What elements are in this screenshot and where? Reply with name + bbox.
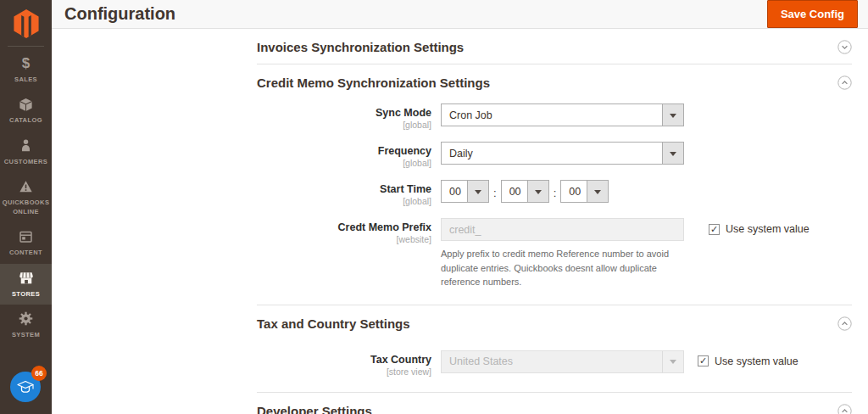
field-scope: [global] [257, 120, 431, 130]
field-control-col: Cron Job [441, 104, 684, 130]
select-arrow-button [527, 181, 548, 202]
config-content: Invoices Synchronization Settings Credit… [52, 29, 868, 414]
field-label-col: Tax Country [store view] [257, 350, 441, 377]
magento-admin-app: $ SALES CATALOG CUSTOMERS QUICKBOOKS ON [0, 0, 868, 414]
tax-country-select: United States [441, 350, 684, 373]
field-control-col: Apply prefix to credit memo Reference nu… [441, 218, 810, 289]
chevron-down-circle-icon [837, 40, 852, 54]
tax-section-body: Tax Country [store view] United States ✓… [257, 340, 852, 392]
section-title: Tax and Country Settings [257, 316, 410, 331]
triangle-down-icon [594, 190, 601, 198]
checkbox-label: Use system value [715, 355, 798, 367]
sidebar-item-content[interactable]: CONTENT [0, 222, 52, 263]
sidebar-item-label: CUSTOMERS [4, 157, 47, 166]
triangle-down-icon [670, 360, 676, 367]
sidebar-item-customers[interactable]: CUSTOMERS [0, 131, 52, 172]
tutorial-widget: 66 [10, 372, 41, 402]
field-scope: [website] [257, 234, 431, 244]
select-arrow-button [662, 104, 683, 126]
frequency-select[interactable]: Daily [441, 142, 684, 165]
section-header-credit-memo-sync[interactable]: Credit Memo Synchronization Settings [257, 64, 852, 99]
sidebar-item-catalog[interactable]: CATALOG [0, 90, 52, 131]
select-value: 00 [442, 181, 467, 202]
sidebar-item-label: SALES [14, 75, 37, 84]
customer-icon [19, 138, 33, 154]
select-value: Cron Job [442, 104, 662, 126]
field-label-col: Start Time [global] [257, 180, 441, 206]
start-time-minutes-select[interactable]: 00 [501, 180, 549, 203]
field-label: Start Time [257, 183, 431, 195]
time-separator: : [554, 187, 557, 199]
triangle-down-icon [475, 190, 481, 198]
sidebar-nav: $ SALES CATALOG CUSTOMERS QUICKBOOKS ON [0, 49, 52, 345]
section-header-tax-country[interactable]: Tax and Country Settings [257, 305, 852, 340]
checkbox-checked-icon[interactable]: ✓ [698, 355, 709, 366]
section-title: Developer Settings [257, 404, 372, 414]
field-label-col: Credt Memo Prefix [website] [257, 218, 441, 289]
sidebar-divider [8, 46, 44, 47]
start-time-hours-select[interactable]: 00 [441, 180, 489, 203]
chevron-up-circle-icon [837, 404, 852, 414]
sidebar-item-label: CONTENT [9, 248, 42, 257]
use-system-value-checkbox-group[interactable]: ✓ Use system value [709, 218, 810, 235]
main-panel: Configuration Save Config Invoices Synch… [52, 0, 868, 414]
triangle-down-icon [670, 114, 676, 121]
field-label: Credt Memo Prefix [257, 221, 431, 233]
field-scope: [global] [257, 158, 431, 168]
store-icon [18, 271, 35, 286]
select-arrow-button [587, 181, 608, 202]
form-row-credit-memo-prefix: Credt Memo Prefix [website] Apply prefix… [257, 218, 852, 289]
magento-logo[interactable] [0, 0, 52, 46]
credit-memo-section-body: Sync Mode [global] Cron Job Frequency [257, 99, 852, 305]
form-row-start-time: Start Time [global] 00 : 00 : [257, 180, 852, 206]
sync-mode-select[interactable]: Cron Job [441, 104, 684, 126]
sidebar-item-system[interactable]: SYSTEM [0, 305, 52, 345]
select-arrow-button [467, 181, 488, 202]
form-row-frequency: Frequency [global] Daily [257, 142, 852, 168]
field-label-col: Sync Mode [global] [257, 104, 441, 130]
form-row-tax-country: Tax Country [store view] United States ✓… [257, 350, 852, 377]
field-label-col: Frequency [global] [257, 142, 441, 168]
sidebar-item-label: SYSTEM [12, 330, 40, 339]
time-separator: : [493, 187, 497, 199]
sidebar-item-stores[interactable]: STORES [0, 264, 52, 305]
start-time-seconds-select[interactable]: 00 [560, 180, 609, 203]
notification-badge: 66 [31, 366, 47, 381]
page-title: Configuration [64, 4, 175, 24]
layout-icon [18, 229, 34, 244]
field-label: Tax Country [257, 354, 431, 366]
input-and-note: Apply prefix to credit memo Reference nu… [441, 218, 695, 289]
sidebar-item-label: QUICKBOOKS ONLINE [1, 198, 51, 217]
sidebar-item-quickbooks-online[interactable]: QUICKBOOKS ONLINE [0, 172, 52, 223]
page-header: Configuration Save Config [52, 0, 868, 29]
dollar-icon: $ [22, 56, 30, 71]
checkbox-checked-icon[interactable]: ✓ [709, 224, 720, 235]
field-label: Sync Mode [257, 107, 431, 119]
triangle-down-icon [535, 190, 542, 198]
select-value: 00 [561, 181, 587, 202]
use-system-value-checkbox-group[interactable]: ✓ Use system value [698, 350, 798, 367]
field-control-col: Daily [441, 142, 684, 168]
section-title: Invoices Synchronization Settings [257, 40, 464, 54]
checkbox-label: Use system value [726, 223, 810, 235]
magento-logo-icon [14, 9, 39, 38]
field-scope: [global] [257, 196, 431, 206]
graduation-cap-icon [17, 380, 34, 394]
select-value: United States [442, 351, 662, 372]
section-header-developer[interactable]: Developer Settings [257, 393, 852, 414]
gear-icon [18, 311, 34, 327]
sidebar-item-sales[interactable]: $ SALES [0, 49, 52, 90]
section-header-invoices-sync[interactable]: Invoices Synchronization Settings [257, 29, 852, 64]
select-value: Daily [442, 143, 662, 164]
sidebar-item-label: STORES [12, 289, 40, 299]
save-config-button[interactable]: Save Config [767, 0, 858, 28]
field-scope: [store view] [257, 366, 431, 377]
chevron-up-circle-icon [837, 76, 852, 90]
select-value: 00 [502, 181, 527, 202]
credit-memo-prefix-input [441, 218, 684, 241]
chevron-up-circle-icon [837, 316, 852, 331]
section-title: Credit Memo Synchronization Settings [257, 76, 490, 90]
select-arrow-button [662, 143, 683, 164]
field-label: Frequency [257, 145, 431, 157]
form-row-sync-mode: Sync Mode [global] Cron Job [257, 104, 852, 130]
